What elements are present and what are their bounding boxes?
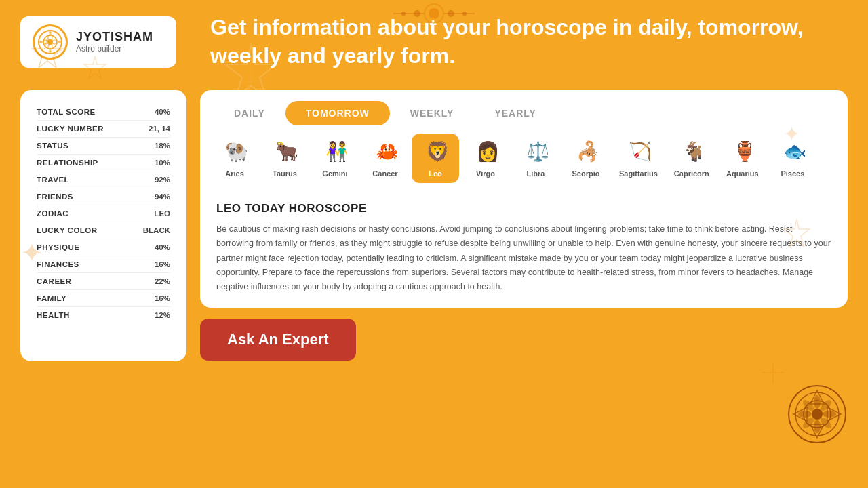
score-row: FINANCES16%: [37, 256, 170, 273]
zodiac-name: Aries: [225, 169, 244, 178]
svg-text:👩: 👩: [476, 140, 498, 163]
score-label: FINANCES: [37, 260, 79, 268]
score-label: FAMILY: [37, 294, 66, 302]
logo-text: JYOTISHAM Astro builder: [76, 30, 153, 54]
zodiac-icon-cancer: 🦀: [373, 139, 397, 167]
horoscope-text: Be cautious of making rash decisions or …: [216, 222, 831, 294]
score-row: FRIENDS94%: [37, 188, 170, 205]
score-label: TRAVEL: [37, 176, 69, 184]
svg-point-21: [39, 41, 42, 43]
score-value: 94%: [155, 192, 170, 201]
header-tagline: Get information about your horoscope in …: [190, 14, 848, 70]
tab-yearly[interactable]: YEARLY: [474, 101, 557, 125]
score-row: STATUS18%: [37, 138, 170, 155]
zodiac-icon-aquarius: 🏺: [730, 139, 755, 167]
svg-point-42: [812, 409, 823, 420]
logo-box: JYOTISHAM Astro builder: [20, 16, 176, 68]
svg-text:🦂: 🦂: [576, 140, 598, 163]
logo-icon: [33, 24, 68, 60]
score-label: TOTAL SCORE: [37, 108, 96, 116]
score-row: PHYSIQUE40%: [37, 239, 170, 256]
score-row: LUCKY NUMBER21, 14: [37, 121, 170, 138]
svg-point-18: [47, 39, 53, 45]
zodiac-icon-gemini: 👫: [323, 139, 347, 167]
score-value: 40%: [155, 108, 170, 116]
ask-expert-button[interactable]: Ask An Expert: [200, 319, 356, 361]
zodiac-icon-leo: 🦁: [423, 139, 448, 167]
score-value: LEO: [154, 209, 170, 218]
svg-point-50: [823, 411, 836, 418]
score-row: TRAVEL92%: [37, 171, 170, 188]
tab-daily[interactable]: DAILY: [214, 101, 285, 125]
svg-point-19: [49, 31, 52, 34]
zodiac-name: Capricorn: [674, 169, 709, 178]
zodiac-name: Cancer: [372, 169, 397, 178]
logo-subtitle: Astro builder: [76, 44, 153, 54]
tabs-bar: DAILYTOMORROWWEEKLYYEARLY: [200, 90, 848, 125]
score-row: RELATIONSHIP10%: [37, 155, 170, 171]
zodiac-item-capricorn[interactable]: 🐐Capricorn: [667, 134, 716, 183]
zodiac-icon-sagittarius: 🏹: [626, 139, 650, 167]
score-row: CAREER22%: [37, 273, 170, 290]
zodiac-item-pisces[interactable]: 🐟Pisces: [769, 134, 816, 183]
score-label: ZODIAC: [37, 209, 68, 218]
svg-point-47: [814, 395, 821, 409]
svg-text:🦁: 🦁: [426, 140, 448, 163]
svg-point-20: [49, 50, 52, 53]
zodiac-item-libra[interactable]: ⚖️Libra: [512, 134, 559, 183]
zodiac-name: Pisces: [781, 169, 804, 178]
tab-tomorrow[interactable]: TOMORROW: [285, 101, 390, 125]
zodiac-icon-virgo: 👩: [473, 139, 498, 167]
svg-text:🐏: 🐏: [225, 140, 247, 163]
score-row: LUCKY COLORBLACK: [37, 222, 170, 239]
zodiac-item-aries[interactable]: 🐏Aries: [211, 134, 258, 183]
left-panel: TOTAL SCORE40%LUCKY NUMBER21, 14STATUS18…: [20, 90, 186, 361]
score-label: HEALTH: [37, 311, 70, 319]
svg-point-49: [798, 411, 812, 418]
score-label: FRIENDS: [37, 192, 73, 201]
score-label: STATUS: [37, 142, 68, 150]
zodiac-name: Gemini: [322, 169, 347, 178]
horoscope-title: LEO TODAY HOROSCOPE: [216, 202, 831, 216]
zodiac-item-taurus[interactable]: 🐂Taurus: [261, 134, 309, 183]
svg-text:🐟: 🐟: [783, 140, 805, 163]
zodiac-item-virgo[interactable]: 👩Virgo: [462, 134, 509, 183]
zodiac-icon-capricorn: 🐐: [679, 139, 704, 167]
zodiac-item-leo[interactable]: 🦁Leo: [412, 134, 459, 183]
score-value: 92%: [155, 176, 170, 184]
svg-point-48: [814, 420, 821, 433]
zodiac-icon-aries: 🐏: [222, 139, 247, 167]
score-value: 12%: [155, 311, 170, 319]
zodiac-name: Virgo: [476, 169, 495, 178]
svg-text:⚖️: ⚖️: [526, 140, 548, 163]
zodiac-name: Aquarius: [726, 169, 759, 178]
svg-point-22: [58, 41, 61, 43]
main-content: TOTAL SCORE40%LUCKY NUMBER21, 14STATUS18…: [0, 90, 868, 361]
score-row: HEALTH12%: [37, 307, 170, 323]
score-value: 18%: [155, 142, 170, 150]
logo-title: JYOTISHAM: [76, 30, 153, 44]
score-value: 40%: [155, 243, 170, 251]
zodiac-name: Libra: [527, 169, 545, 178]
zodiac-item-scorpio[interactable]: 🦂Scorpio: [562, 134, 610, 183]
zodiac-name: Scorpio: [572, 169, 600, 178]
score-label: LUCKY NUMBER: [37, 125, 104, 133]
score-label: PHYSIQUE: [37, 243, 79, 251]
zodiac-row: 🐏Aries🐂Taurus👫Gemini🦀Cancer🦁Leo👩Virgo⚖️L…: [200, 125, 848, 191]
score-label: CAREER: [37, 277, 72, 285]
zodiac-item-sagittarius[interactable]: 🏹Sagittarius: [612, 134, 665, 183]
zodiac-item-aquarius[interactable]: 🏺Aquarius: [719, 134, 766, 183]
tab-weekly[interactable]: WEEKLY: [390, 101, 475, 125]
score-value: BLACK: [143, 226, 170, 235]
svg-text:🏺: 🏺: [733, 140, 755, 163]
score-value: 22%: [155, 277, 170, 285]
zodiac-name: Sagittarius: [619, 169, 658, 178]
zodiac-item-gemini[interactable]: 👫Gemini: [311, 134, 359, 183]
score-row: FAMILY16%: [37, 290, 170, 307]
svg-text:🐂: 🐂: [275, 140, 297, 163]
score-row: ZODIACLEO: [37, 205, 170, 222]
zodiac-item-cancer[interactable]: 🦀Cancer: [361, 134, 409, 183]
svg-text:🐐: 🐐: [682, 140, 704, 163]
score-value: 16%: [155, 294, 170, 302]
right-panel: DAILYTOMORROWWEEKLYYEARLY 🐏Aries🐂Taurus👫…: [200, 90, 848, 361]
